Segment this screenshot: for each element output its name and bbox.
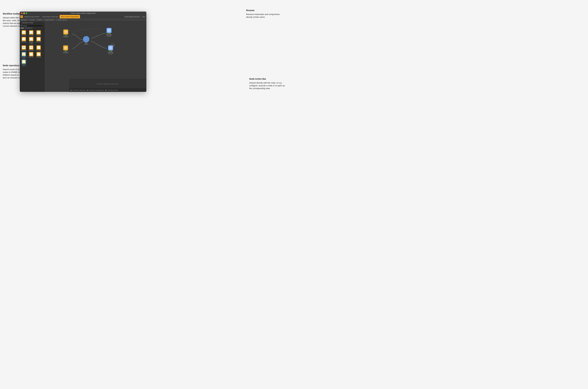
fixed-width-label: Fixed Width File Reader — [20, 57, 27, 59]
node-item-model-reader[interactable]: 🔶 Model Reader — [28, 45, 34, 51]
csv-reader-icon: 📄 — [30, 31, 33, 34]
node-item-read-images[interactable]: 🖼 Read Images — [35, 52, 42, 59]
wf-node-csv-reader[interactable]: 📄 CSV ReaderContract Data — [63, 45, 68, 53]
file-reader-icon: 📁 — [37, 31, 40, 34]
node-item-table-reader[interactable]: 🗃 Table Reader — [20, 37, 27, 45]
table-reader-icon: 🗃 — [22, 38, 25, 40]
search-clear-button[interactable]: ✕ — [42, 25, 43, 27]
read-images-label: Read Images — [36, 57, 41, 58]
add-icon[interactable]: + — [43, 22, 43, 24]
title-bar: KNIME Analytics Platform (Nightly Build) — [20, 12, 146, 15]
close-button[interactable] — [21, 12, 23, 14]
conn-dot-0 — [70, 90, 71, 91]
line-reader-icon: 📝 — [37, 46, 40, 49]
execute-icon: ▶ — [22, 19, 23, 21]
connection-0: 0: Connected to: Labeled input — [70, 90, 86, 91]
breadcrumb-text: Repository › Results — [22, 22, 33, 24]
search-box[interactable]: 🔍 Reader ✕ — [20, 25, 44, 27]
feedback-button[interactable]: Provide feedback via the forum — [124, 16, 141, 18]
table-reader-label: Table Reader — [21, 41, 26, 43]
node-row-2: 🗃 Table Reader 📂 File Reader (Complex Fo… — [20, 37, 44, 45]
arff-reader-label: ARFF Reader — [36, 41, 41, 43]
tab-basic-segmentation[interactable]: Basic Customer Segmentation — [60, 15, 80, 18]
main-area: ◁ Repository › Results + 🔍 Reader ✕ Read… — [20, 21, 146, 92]
file-reader-complex-icon: 📂 — [30, 38, 33, 40]
execute-button[interactable]: ▶ Execute — [21, 19, 28, 21]
wf-node-metanode[interactable]: M Metanode — [83, 36, 89, 45]
node-item-arff-reader[interactable]: 📋 ARFF Reader — [35, 37, 42, 45]
file-reader-complex-label: File Reader (Complex Format) — [28, 41, 34, 45]
breadcrumb: ◁ Repository › Results + — [20, 21, 44, 24]
app-title: KNIME Analytics Platform (Nightly Build) — [70, 12, 96, 14]
create-table-reader-label: Create Table Reader — [20, 64, 27, 66]
wf-normalizer2-icon: ⚙ — [108, 45, 113, 50]
warning-icon: ⚠ — [20, 15, 23, 18]
model-reader-label: Model Reader — [29, 50, 34, 51]
tab-bar: ⚠ Building a Simple Classifier Visual An… — [20, 15, 146, 18]
create-component-button[interactable]: ⬡ Create component — [56, 19, 68, 21]
cancel-icon: ✕ — [30, 19, 31, 21]
node-item-file-reader-complex[interactable]: 📂 File Reader (Complex Format) — [28, 37, 34, 45]
wf-normalizer2-label: NormalizationBack to originaldata range — [108, 52, 113, 55]
rename-annotation: Rename Rename metanodes and components d… — [246, 9, 282, 19]
connection-1: 1: Connected to: Normalize Model — [87, 90, 104, 91]
sidebar-icon-l: ◁ — [21, 22, 22, 24]
pmml-reader-label: PMML Reader — [21, 50, 26, 51]
node-item-csv-reader[interactable]: 📄 CSV Reader — [28, 30, 34, 36]
node-row-1: 📊 Excel Reader 📄 CSV Reader — [20, 30, 44, 36]
minimize-button[interactable] — [23, 12, 25, 14]
read-images-icon: 🖼 — [37, 53, 40, 56]
filter-tabs: Read File Folder Utility — [20, 27, 44, 29]
search-area: 🔍 Reader ✕ Read File Folder Utility — [20, 24, 44, 30]
workflow-canvas[interactable]: 📊 Excel ReaderCells Data 📄 CSV ReaderCon… — [44, 21, 146, 92]
create-folder-label: Create Folder — [29, 57, 34, 58]
file-reader-label: File Reader — [36, 35, 41, 36]
component-icon: ⬡ — [57, 19, 58, 21]
node-row-5: 🗂 Create Table Reader — [20, 60, 44, 66]
node-item-fixed-width[interactable]: ▦ Fixed Width File Reader — [20, 52, 27, 59]
line-reader-label: Line Reader — [36, 50, 41, 51]
wf-excel-reader-label: Excel ReaderCells Data — [63, 36, 68, 37]
pmml-reader-icon: 🔷 — [22, 46, 25, 49]
tab-building-classifier[interactable]: Building a Simple Classifier — [23, 15, 41, 18]
wf-node-denormalizer[interactable]: ⚙ DenormalizerBack to originaldata range — [106, 28, 112, 37]
csv-reader-label: CSV Reader — [29, 35, 34, 36]
search-icon: 🔍 — [21, 25, 23, 27]
node-repository-sidebar: ◁ Repository › Results + 🔍 Reader ✕ Read… — [20, 21, 44, 92]
wf-node-excel-reader[interactable]: 📊 Excel ReaderCells Data — [63, 30, 68, 37]
filter-tab-file-folder[interactable]: File Folder Utility — [24, 27, 33, 29]
wf-csv-reader-icon: 📄 — [63, 45, 68, 50]
reset-icon: ↺ — [37, 19, 38, 21]
wf-metanode-icon: M — [83, 36, 89, 42]
conn-dot-2 — [105, 90, 106, 91]
node-item-file-reader[interactable]: 📁 File Reader — [35, 30, 42, 36]
filter-tab-read[interactable]: Read — [20, 27, 24, 29]
node-row-3: 🔷 PMML Reader 🔶 Model Reader — [20, 45, 44, 51]
conn-dot-1 — [87, 90, 88, 91]
node-grid: 📊 Excel Reader 📄 CSV Reader — [20, 30, 44, 92]
node-action-bar-annotation: Node Action Bar Interact directly with t… — [249, 77, 285, 90]
search-input[interactable]: Reader — [23, 25, 41, 27]
reset-button[interactable]: ↺ Reset — [36, 19, 42, 21]
node-row-4: ▦ Fixed Width File Reader 📁 Create Folde… — [20, 52, 44, 59]
metanode-icon: ⬡ — [44, 19, 45, 21]
node-item-excel-reader[interactable]: 📊 Excel Reader — [20, 30, 27, 36]
excel-reader-icon: 📊 — [22, 31, 25, 34]
node-item-create-folder[interactable]: 📁 Create Folder — [28, 52, 34, 59]
cancel-button[interactable]: ✕ Cancel — [29, 19, 35, 21]
zoom-control[interactable]: 100% — [141, 16, 146, 18]
wf-denormalizer-label: DenormalizerBack to originaldata range — [106, 34, 112, 37]
node-item-pmml-reader[interactable]: 🔷 PMML Reader — [20, 45, 27, 51]
maximize-button[interactable] — [26, 12, 27, 14]
toolbar: ▶ Execute ✕ Cancel ↺ Reset ⬡ Create meta… — [20, 18, 146, 21]
model-reader-icon: 🔶 — [30, 46, 33, 49]
wf-node-normalizer2[interactable]: test 156 ⚙ NormalizationBack to original… — [108, 45, 113, 55]
create-metanode-button[interactable]: ⬡ Create metanode — [43, 19, 55, 21]
excel-reader-label: Excel Reader — [21, 35, 26, 36]
tab-visual-analysis[interactable]: Visual Analysis of Sales Data — [41, 15, 59, 18]
connection-2: 2: Connected to: Clusters — [105, 90, 118, 91]
node-item-line-reader[interactable]: 📝 Line Reader — [35, 45, 42, 51]
bottom-connection-bar: 0: Connected to: Labeled input 1: Connec… — [69, 89, 146, 92]
app-window: KNIME Analytics Platform (Nightly Build)… — [20, 12, 146, 92]
node-item-create-table-reader[interactable]: 🗂 Create Table Reader — [20, 60, 27, 66]
